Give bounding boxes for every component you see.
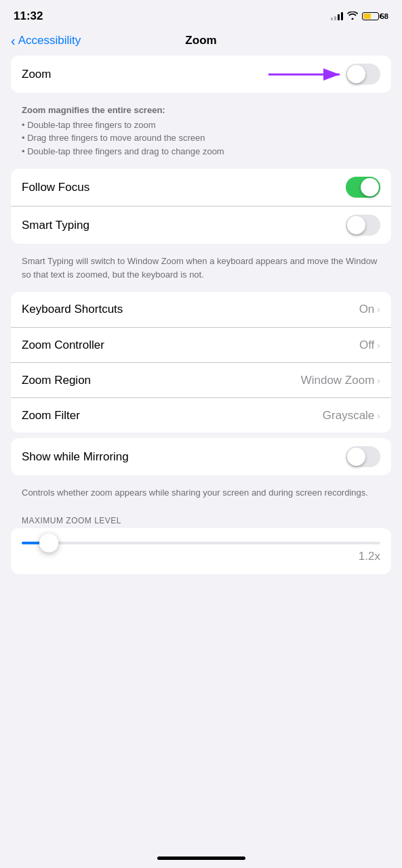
chevron-right-icon-4: › (377, 410, 380, 421)
keyboard-shortcuts-value: On (359, 303, 375, 316)
smart-typing-label: Smart Typing (22, 219, 89, 232)
follow-focus-row: Follow Focus (11, 169, 391, 206)
keyboard-shortcuts-label: Keyboard Shortcuts (22, 303, 123, 316)
smart-typing-toggle[interactable] (346, 215, 380, 236)
zoom-controller-row[interactable]: Zoom Controller Off › (11, 327, 391, 362)
zoom-bullet-3: Double-tap three fingers and drag to cha… (22, 145, 380, 158)
mirroring-label: Show while Mirroring (22, 450, 129, 464)
keyboard-shortcuts-row[interactable]: Keyboard Shortcuts On › (11, 292, 391, 327)
zoom-description: Zoom magnifies the entire screen: Double… (11, 98, 391, 169)
zoom-region-value: Window Zoom (301, 374, 375, 387)
zoom-controller-value: Off (359, 339, 374, 352)
nav-items-card: Keyboard Shortcuts On › Zoom Controller … (11, 292, 391, 433)
wifi-icon (347, 12, 358, 22)
zoom-region-value-group: Window Zoom › (301, 374, 380, 387)
toggle-knob-follow (361, 178, 379, 196)
zoom-level-slider-card: 1.2x (11, 528, 391, 574)
status-time: 11:32 (14, 9, 43, 23)
toggle-knob-smart (347, 216, 365, 234)
battery-level: 58 (380, 12, 388, 20)
slider-thumb[interactable] (39, 534, 58, 552)
zoom-toggle-row: Zoom (11, 56, 391, 93)
slider-value: 1.2x (22, 550, 380, 563)
purple-arrow-icon (268, 61, 350, 88)
chevron-right-icon: › (377, 304, 380, 315)
zoom-filter-value: Grayscale (323, 409, 375, 422)
back-button[interactable]: ‹ Accessibility (11, 34, 81, 47)
mirroring-description: Controls whether zoom appears while shar… (11, 481, 391, 511)
page-title: Zoom (185, 34, 216, 47)
zoom-description-title: Zoom magnifies the entire screen: (22, 105, 165, 115)
zoom-filter-value-group: Grayscale › (323, 409, 380, 422)
mirroring-row: Show while Mirroring (11, 438, 391, 475)
follow-focus-toggle[interactable] (346, 177, 380, 198)
status-bar: 11:32 58 (0, 0, 402, 28)
toggle-knob-mirror (347, 448, 365, 466)
toggle-knob (347, 65, 365, 83)
keyboard-shortcuts-value-group: On › (359, 303, 380, 316)
slider-track (22, 542, 380, 544)
content: Zoom Zoom magnifies the entire screen (0, 56, 402, 574)
follow-focus-label: Follow Focus (22, 181, 89, 194)
zoom-toggle-card: Zoom (11, 56, 391, 93)
zoom-bullet-2: Drag three fingers to move around the sc… (22, 131, 380, 145)
back-chevron-icon: ‹ (11, 34, 16, 47)
zoom-region-label: Zoom Region (22, 374, 91, 387)
back-label: Accessibility (18, 34, 81, 47)
nav-header: ‹ Accessibility Zoom (0, 28, 402, 56)
zoom-filter-row[interactable]: Zoom Filter Grayscale › (11, 397, 391, 433)
zoom-description-list: Double-tap three fingers to zoom Drag th… (22, 118, 380, 158)
zoom-label: Zoom (22, 68, 51, 81)
zoom-bullet-1: Double-tap three fingers to zoom (22, 118, 380, 132)
signal-icon (331, 12, 343, 20)
home-indicator (157, 856, 245, 860)
max-zoom-section: MAXIMUM ZOOM LEVEL 1.2x (11, 511, 391, 574)
chevron-right-icon-3: › (377, 375, 380, 386)
max-zoom-label: MAXIMUM ZOOM LEVEL (11, 511, 391, 528)
zoom-toggle[interactable] (346, 64, 380, 85)
battery-icon: 58 (362, 12, 388, 20)
mirroring-toggle[interactable] (346, 446, 380, 467)
zoom-controller-label: Zoom Controller (22, 339, 104, 352)
zoom-controller-value-group: Off › (359, 339, 380, 352)
smart-typing-description: Smart Typing will switch to Window Zoom … (11, 249, 391, 292)
zoom-region-row[interactable]: Zoom Region Window Zoom › (11, 362, 391, 397)
zoom-filter-label: Zoom Filter (22, 409, 80, 422)
focus-typing-card: Follow Focus Smart Typing (11, 169, 391, 244)
mirroring-card: Show while Mirroring (11, 438, 391, 475)
smart-typing-row: Smart Typing (11, 206, 391, 244)
status-icons: 58 (331, 12, 388, 22)
chevron-right-icon-2: › (377, 340, 380, 351)
